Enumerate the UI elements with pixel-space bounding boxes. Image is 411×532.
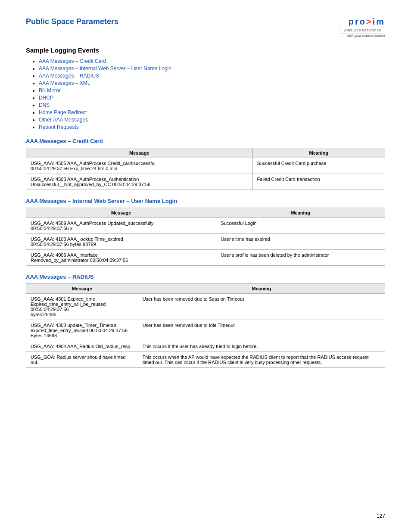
aaa-radius-row3-meaning: This occurs if the user has already trie… — [138, 341, 385, 352]
table-row: USG_AAA: 4904 AAA_Radius Old_radius_resp… — [26, 341, 385, 352]
toc-link-2[interactable]: AAA Messages – Internal Web Server – Use… — [39, 65, 171, 72]
aaa-cc-col1-header: Message — [26, 148, 253, 158]
aaa-iws-row3-msg: USG_AAA: 4006 AAA_InterfaceRemoved_by_ad… — [26, 250, 216, 266]
aaa-cc-title: AAA Messages – Credit Card — [26, 138, 385, 144]
toc-link-9[interactable]: Other AAA Messages — [39, 117, 88, 123]
toc-list: AAA Messages – Credit Card AAA Messages … — [26, 58, 385, 130]
toc-link-4[interactable]: AAA Messages – XML — [39, 80, 90, 86]
aaa-cc-header-row: Message Meaning — [26, 148, 385, 158]
aaa-radius-col1-header: Message — [26, 284, 138, 294]
aaa-radius-table: Message Meaning USG_AAA: 4301 Expired_ti… — [26, 283, 385, 368]
aaa-iws-row3-meaning: User's profile has been deleted by the a… — [216, 250, 385, 266]
aaa-iws-row2-meaning: User's time has expired — [216, 234, 385, 250]
aaa-cc-col2-header: Meaning — [252, 148, 385, 158]
table-row: USG_AAA: 4505 AAA_AuthProcess Credit_car… — [26, 158, 385, 174]
sample-logging-title: Sample Logging Events — [26, 47, 385, 54]
logo-area: pro>im WIRELESS NETWORKS Take your netwo… — [340, 17, 385, 38]
toc-item-3[interactable]: AAA Messages – RADIUS — [39, 73, 385, 79]
aaa-radius-row4-meaning: This occurs when the AP would have expec… — [138, 352, 385, 368]
table-row: USG_AAA: 4303 update_Timer_Timeoutexpire… — [26, 320, 385, 341]
toc-link-8[interactable]: Home Page Redirect — [39, 109, 87, 115]
aaa-cc-row1-msg: USG_AAA: 4505 AAA_AuthProcess Credit_car… — [26, 158, 253, 174]
toc-item-9[interactable]: Other AAA Messages — [39, 117, 385, 123]
toc-item-1[interactable]: AAA Messages – Credit Card — [39, 58, 385, 64]
logo-wireless: WIRELESS NETWORKS — [344, 29, 381, 32]
toc-link-7[interactable]: DNS — [39, 102, 50, 108]
aaa-iws-col1-header: Message — [26, 208, 216, 218]
aaa-cc-table: Message Meaning USG_AAA: 4505 AAA_AuthPr… — [26, 148, 385, 190]
toc-item-6[interactable]: DHCP — [39, 95, 385, 101]
toc-item-4[interactable]: AAA Messages – XML — [39, 80, 385, 86]
aaa-radius-row4-msg: USG_GOA: Radius server should have timed… — [26, 352, 138, 368]
table-row: USG_AAA: 4503 AAA_AuthProcess_Authentica… — [26, 174, 385, 190]
logo-tagline: Take your network further — [346, 34, 385, 38]
aaa-radius-header-row: Message Meaning — [26, 284, 385, 294]
toc-link-3[interactable]: AAA Messages – RADIUS — [39, 73, 99, 79]
aaa-cc-row2-msg: USG_AAA: 4503 AAA_AuthProcess_Authentica… — [26, 174, 253, 190]
aaa-iws-row1-msg: USG_AAA: 4509 AAA_AuthProcess Updated_su… — [26, 218, 216, 234]
aaa-iws-title: AAA Messages – Internal Web Server – Use… — [26, 198, 385, 204]
toc-item-7[interactable]: DNS — [39, 102, 385, 108]
aaa-radius-row1-meaning: User has been removed due to Session Tim… — [138, 294, 385, 320]
toc-item-8[interactable]: Home Page Redirect — [39, 109, 385, 115]
logo-box: WIRELESS NETWORKS — [340, 27, 385, 34]
aaa-cc-row1-meaning: Successful Credit Card purchase — [252, 158, 385, 174]
aaa-radius-col2-header: Meaning — [138, 284, 385, 294]
page-title: Public Space Parameters — [26, 17, 118, 26]
page-header: Public Space Parameters pro>im WIRELESS … — [26, 17, 385, 38]
toc-link-6[interactable]: DHCP — [39, 95, 53, 101]
table-row: USG_GOA: Radius server should have timed… — [26, 352, 385, 368]
aaa-radius-title: AAA Messages – RADIUS — [26, 274, 385, 280]
table-row: USG_AAA: 4301 Expired_timeExpired_time_e… — [26, 294, 385, 320]
table-row: USG_AAA: 4100 AAA_lookup Time_expired00:… — [26, 234, 385, 250]
aaa-radius-row2-msg: USG_AAA: 4303 update_Timer_Timeoutexpire… — [26, 320, 138, 341]
toc-item-10[interactable]: Reboot Requests — [39, 124, 385, 130]
table-row: USG_AAA: 4509 AAA_AuthProcess Updated_su… — [26, 218, 385, 234]
aaa-iws-header-row: Message Meaning — [26, 208, 385, 218]
page-number: 127 — [377, 513, 385, 519]
aaa-iws-table: Message Meaning USG_AAA: 4509 AAA_AuthPr… — [26, 208, 385, 266]
aaa-iws-row1-meaning: Successful Login — [216, 218, 385, 234]
aaa-iws-row2-msg: USG_AAA: 4100 AAA_lookup Time_expired00:… — [26, 234, 216, 250]
aaa-radius-row2-meaning: User has been removed due to Idle Timeou… — [138, 320, 385, 341]
toc-link-1[interactable]: AAA Messages – Credit Card — [39, 58, 106, 64]
aaa-radius-row3-msg: USG_AAA: 4904 AAA_Radius Old_radius_resp — [26, 341, 138, 352]
toc-link-10[interactable]: Reboot Requests — [39, 124, 79, 130]
aaa-cc-row2-meaning: Failed Credit Card transaction — [252, 174, 385, 190]
toc-item-2[interactable]: AAA Messages – Internal Web Server – Use… — [39, 65, 385, 72]
aaa-radius-row1-msg: USG_AAA: 4301 Expired_timeExpired_time_e… — [26, 294, 138, 320]
logo-name: pro>im — [349, 17, 385, 26]
toc-item-5[interactable]: Bill Mirror — [39, 87, 385, 93]
table-row: USG_AAA: 4006 AAA_InterfaceRemoved_by_ad… — [26, 250, 385, 266]
logo-arrow: > — [366, 17, 373, 26]
toc-link-5[interactable]: Bill Mirror — [39, 87, 61, 93]
aaa-iws-col2-header: Meaning — [216, 208, 385, 218]
